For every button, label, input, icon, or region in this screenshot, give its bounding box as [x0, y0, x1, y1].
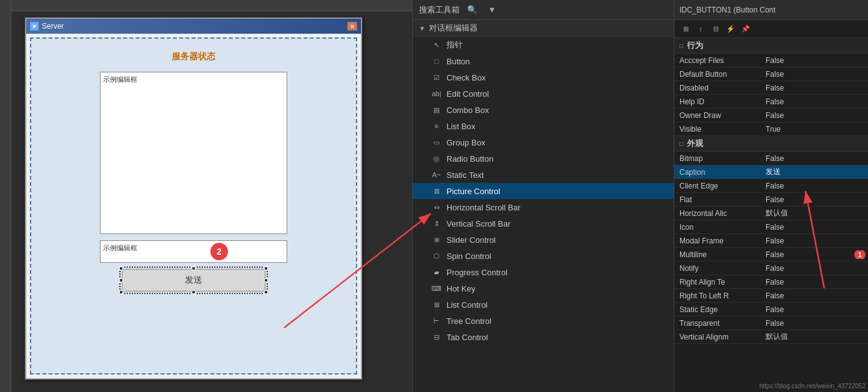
- tool-item-spin[interactable]: ⬡ Spin Control: [413, 248, 674, 264]
- left-panel: ■ Server ✕ 服务器状态 示例编辑框 示例编辑框 发送: [0, 0, 412, 392]
- tab-icon: ⊟: [432, 332, 441, 342]
- tool-item-statictext[interactable]: A~ Static Text: [413, 167, 674, 183]
- prop-name-horizontal-align: Horizontal Alic: [674, 209, 762, 218]
- prop-row-client-edge[interactable]: Client Edge False: [674, 179, 868, 193]
- prop-row-notify[interactable]: Notify False: [674, 262, 868, 275]
- toolbox-content[interactable]: ▼ 对话框编辑器 ↖ 指针 □ Button ☑ Check Box ab| E…: [413, 20, 674, 392]
- middle-panel: 搜索工具箱 🔍 ▼ ▼ 对话框编辑器 ↖ 指针 □ Button ☑ Check…: [412, 0, 674, 392]
- prop-value-client-edge: False: [762, 182, 868, 190]
- prop-row-horizontal-align[interactable]: Horizontal Alic 默认值: [674, 207, 868, 220]
- prop-category-behavior-label: 行为: [687, 40, 703, 51]
- tool-label-vscroll: Vertical Scroll Bar: [446, 219, 511, 228]
- tree-icon: ⊢: [432, 316, 441, 326]
- listbox-icon: ≡: [432, 121, 441, 131]
- prop-row-caption[interactable]: Caption 发送: [674, 165, 868, 179]
- button-icon: □: [432, 56, 441, 66]
- props-btn-alpha[interactable]: ⊟: [709, 22, 722, 35]
- ruler-left: [0, 0, 11, 392]
- tool-item-tab[interactable]: ⊟ Tab Control: [413, 329, 674, 345]
- dialog-body: 服务器状态 示例编辑框 示例编辑框 发送 2: [30, 37, 357, 375]
- props-btn-pin[interactable]: 📌: [739, 22, 752, 35]
- prop-value-right-to-left: False: [762, 292, 868, 300]
- tool-label-listbox: List Box: [446, 122, 475, 131]
- prop-row-bitmap[interactable]: Bitmap False: [674, 152, 868, 165]
- tool-item-radio[interactable]: ◎ Radio Button: [413, 150, 674, 167]
- prop-value-visible: True: [762, 125, 868, 134]
- tool-item-progress[interactable]: ▰ Progress Control: [413, 264, 674, 280]
- appearance-collapse-icon: □: [679, 140, 683, 147]
- prop-name-vertical-align: Vertical Alignm: [674, 333, 762, 341]
- tool-label-progress: Progress Control: [446, 268, 508, 277]
- tool-item-checkbox[interactable]: ☑ Check Box: [413, 69, 674, 86]
- behavior-collapse-icon: □: [679, 42, 683, 49]
- prop-row-default-button[interactable]: Default Button False: [674, 67, 868, 81]
- tool-item-tree[interactable]: ⊢ Tree Control: [413, 313, 674, 329]
- props-btn-event[interactable]: ⚡: [724, 22, 737, 35]
- toolbox-header: 搜索工具箱 🔍 ▼: [413, 0, 674, 20]
- tool-item-groupbox[interactable]: ▭ Group Box: [413, 134, 674, 150]
- server-status-text: 服务器状态: [37, 51, 350, 62]
- tool-item-pointer[interactable]: ↖ 指针: [413, 37, 674, 53]
- prop-row-disabled[interactable]: Disabled False: [674, 81, 868, 95]
- prop-row-static-edge[interactable]: Static Edge False: [674, 303, 868, 316]
- props-btn-sort[interactable]: ↕: [694, 22, 707, 35]
- dialog-close-button[interactable]: ✕: [347, 22, 357, 31]
- toolbox-menu-button[interactable]: ▼: [485, 2, 500, 17]
- tool-item-slider[interactable]: ⊕ Slider Control: [413, 232, 674, 248]
- prop-row-icon[interactable]: Icon False: [674, 220, 868, 234]
- tool-item-button[interactable]: □ Button: [413, 53, 674, 69]
- send-button[interactable]: 发送: [122, 269, 265, 292]
- prop-value-flat: False: [762, 195, 868, 204]
- prop-name-bitmap: Bitmap: [674, 154, 762, 163]
- tool-item-picture[interactable]: ⊠ Picture Control: [413, 183, 674, 199]
- annotation-1: 1: [854, 250, 866, 259]
- tool-item-listctrl[interactable]: ⊞ List Control: [413, 296, 674, 313]
- tool-item-listbox[interactable]: ≡ List Box: [413, 118, 674, 134]
- prop-row-right-to-left[interactable]: Right To Left R False: [674, 289, 868, 303]
- prop-name-visible: Visible: [674, 125, 762, 134]
- props-btn-grid[interactable]: ⊞: [679, 22, 692, 35]
- prop-row-owner-draw[interactable]: Owner Draw False: [674, 109, 868, 122]
- category-header[interactable]: ▼ 对话框编辑器: [413, 20, 674, 37]
- prop-row-right-align-text[interactable]: Right Align Te False: [674, 275, 868, 289]
- props-content[interactable]: □ 行为 Acccept Files False Default Button …: [674, 38, 868, 392]
- tool-label-hscroll: Horizontal Scroll Bar: [446, 203, 521, 212]
- prop-value-modal-frame: False: [762, 237, 868, 245]
- prop-name-right-align-text: Right Align Te: [674, 278, 762, 287]
- tool-item-combo[interactable]: ▤ Combo Box: [413, 102, 674, 118]
- prop-row-accept-files[interactable]: Acccept Files False: [674, 54, 868, 67]
- prop-category-behavior[interactable]: □ 行为: [674, 38, 868, 54]
- prop-row-flat[interactable]: Flat False: [674, 193, 868, 207]
- edit-icon: ab|: [432, 89, 441, 99]
- prop-value-right-align-text: False: [762, 278, 868, 287]
- prop-value-notify: False: [762, 264, 868, 273]
- tool-label-statictext: Static Text: [446, 170, 484, 180]
- vscroll-icon: ⇕: [432, 218, 441, 228]
- dialog-window: ■ Server ✕ 服务器状态 示例编辑框 示例编辑框 发送: [25, 17, 362, 380]
- edit-box-small[interactable]: 示例编辑框: [100, 240, 287, 263]
- prop-name-flat: Flat: [674, 195, 762, 204]
- toolbox-search-button[interactable]: 🔍: [465, 2, 480, 17]
- hscroll-icon: ⇔: [432, 202, 441, 212]
- dialog-titlebar: ■ Server ✕: [26, 19, 361, 34]
- props-title: IDC_BUTTON1 (Button Cont: [679, 6, 776, 14]
- prop-value-multiline: False 1: [762, 250, 868, 259]
- tool-item-vscroll[interactable]: ⇕ Vertical Scroll Bar: [413, 215, 674, 232]
- prop-row-vertical-align[interactable]: Vertical Alignm 默认值: [674, 330, 868, 344]
- prop-row-visible[interactable]: Visible True: [674, 122, 868, 136]
- annotation-2: 2: [210, 243, 228, 260]
- props-header: IDC_BUTTON1 (Button Cont: [674, 0, 868, 20]
- groupbox-icon: ▭: [432, 137, 441, 147]
- tool-item-hotkey[interactable]: ⌨ Hot Key: [413, 280, 674, 296]
- edit-box-large[interactable]: 示例编辑框: [100, 72, 287, 234]
- prop-row-transparent[interactable]: Transparent False: [674, 316, 868, 330]
- prop-value-static-edge: False: [762, 305, 868, 314]
- tool-item-hscroll[interactable]: ⇔ Horizontal Scroll Bar: [413, 199, 674, 215]
- prop-row-multiline[interactable]: Multiline False 1: [674, 248, 868, 262]
- tool-item-edit[interactable]: ab| Edit Control: [413, 86, 674, 102]
- prop-row-help-id[interactable]: Help ID False: [674, 95, 868, 109]
- prop-category-appearance[interactable]: □ 外观: [674, 136, 868, 152]
- tool-label-groupbox: Group Box: [446, 138, 485, 147]
- prop-row-modal-frame[interactable]: Modal Frame False: [674, 234, 868, 248]
- watermark: https://blog.csdn.net/weixin_43722052: [759, 383, 866, 390]
